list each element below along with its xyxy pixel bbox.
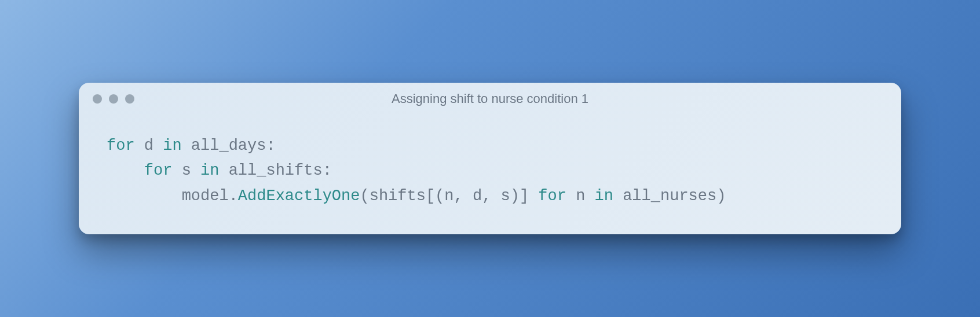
code-token: all_shifts: [229, 162, 323, 179]
code-token: ): [716, 187, 726, 205]
code-token: (: [360, 187, 369, 205]
code-token: )]: [510, 187, 529, 205]
code-token: n: [576, 187, 585, 205]
code-token: s: [182, 162, 191, 179]
code-token: :: [323, 162, 332, 179]
code-token: [(: [426, 187, 444, 205]
code-token: [219, 162, 228, 179]
code-line: model.AddExactlyOne(shifts[(n, d, s)] fo…: [107, 184, 873, 209]
code-token: d: [473, 187, 482, 205]
code-token: n: [444, 187, 454, 205]
window-title: Assigning shift to nurse condition 1: [90, 91, 890, 106]
code-line: for d in all_days:: [107, 134, 873, 158]
code-token: AddExactlyOne: [238, 187, 360, 205]
close-icon[interactable]: [93, 94, 102, 104]
code-token: [182, 137, 191, 154]
code-token: in: [200, 162, 219, 179]
code-token: shifts: [370, 187, 426, 205]
code-token: for: [538, 187, 566, 205]
code-token: [529, 187, 538, 205]
code-token: s: [501, 187, 510, 205]
code-token: ,: [482, 187, 500, 205]
code-token: ,: [454, 187, 473, 205]
minimize-icon[interactable]: [109, 94, 118, 104]
code-window: Assigning shift to nurse condition 1 for…: [79, 83, 901, 234]
code-token: [135, 137, 144, 154]
traffic-lights: [93, 94, 134, 104]
code-token: [191, 162, 200, 179]
code-token: d: [144, 137, 153, 154]
code-token: [153, 137, 163, 154]
code-token: for: [107, 137, 135, 154]
code-token: model: [182, 187, 229, 205]
code-token: [585, 187, 594, 205]
code-token: in: [595, 187, 613, 205]
code-token: [107, 162, 144, 179]
code-token: all_days: [191, 137, 266, 154]
code-token: .: [229, 187, 238, 205]
code-token: [566, 187, 576, 205]
code-line: for s in all_shifts:: [107, 158, 873, 183]
code-token: for: [144, 162, 173, 179]
code-block: for d in all_days: for s in all_shifts: …: [79, 115, 901, 234]
code-token: [107, 187, 182, 205]
maximize-icon[interactable]: [125, 94, 134, 104]
code-token: :: [266, 137, 275, 154]
titlebar: Assigning shift to nurse condition 1: [79, 83, 901, 115]
code-token: [613, 187, 623, 205]
code-token: [172, 162, 181, 179]
code-token: all_nurses: [623, 187, 716, 205]
code-token: in: [163, 137, 181, 154]
